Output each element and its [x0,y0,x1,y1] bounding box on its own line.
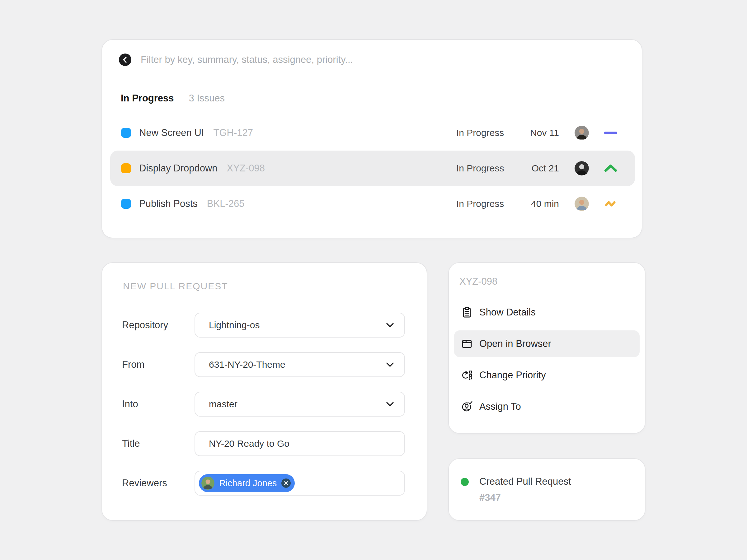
remove-reviewer-icon[interactable] [281,479,291,488]
from-label: From [122,359,195,370]
form-row-title: Title NY-20 Ready to Go [122,431,405,456]
issue-date: 40 min [512,198,559,209]
issue-type-square [121,163,131,173]
chevron-down-icon [386,402,394,406]
avatar [574,161,589,176]
menu-item-label: Change Priority [479,370,546,381]
reviewer-name: Richard Jones [219,478,277,488]
issue-status: In Progress [456,128,512,138]
form-row-from: From 631-NY-20-Theme [122,352,405,377]
form-row-repository: Repository Lightning-os [122,313,405,338]
issue-title: New Screen UI [139,127,204,138]
from-branch-select[interactable]: 631-NY-20-Theme [195,352,405,377]
issue-status: In Progress [456,198,512,209]
panel-title: NEW PULL REQUEST [123,281,427,292]
issues-panel: In Progress 3 Issues New Screen UI TGH-1… [101,39,642,238]
group-count: 3 Issues [189,93,225,104]
avatar [574,196,589,211]
assign-person-icon [461,401,472,412]
into-branch-select[interactable]: master [195,392,405,417]
group-header: In Progress 3 Issues [121,93,642,104]
repository-label: Repository [122,320,195,331]
issue-title: Display Dropdown [139,163,217,174]
chevron-down-icon [386,363,394,367]
menu-item-label: Open in Browser [479,338,551,349]
priority-dash-icon [604,126,618,140]
back-icon[interactable] [119,54,131,66]
menu-item-assign-to[interactable]: Assign To [454,393,640,420]
issue-row[interactable]: Publish Posts BKL-265 In Progress 40 min [110,186,635,221]
issue-type-square [121,128,131,138]
reviewer-chip[interactable]: Richard Jones [199,474,295,492]
issue-row[interactable]: Display Dropdown XYZ-098 In Progress Oct… [110,151,635,186]
form-row-reviewers: Reviewers Richard Jones [122,471,405,496]
filter-bar [102,40,642,80]
issue-row[interactable]: New Screen UI TGH-127 In Progress Nov 11 [110,115,635,151]
issue-type-square [121,199,131,209]
pull-request-toast: Created Pull Request #347 [448,458,646,521]
issue-list: New Screen UI TGH-127 In Progress Nov 11… [102,115,642,221]
context-menu-title: XYZ-098 [459,276,645,287]
avatar [201,477,214,490]
menu-item-change-priority[interactable]: Change Priority [454,362,640,389]
toast-title: Created Pull Request [479,476,571,487]
filter-input[interactable] [140,54,642,65]
issue-context-menu: XYZ-098 Show Details [448,262,646,434]
reviewers-input[interactable]: Richard Jones [195,471,405,496]
title-label: Title [122,438,195,449]
menu-item-open-in-browser[interactable]: Open in Browser [454,330,640,357]
clipboard-icon [461,307,472,318]
menu-item-label: Assign To [479,401,521,412]
issue-key: XYZ-098 [227,163,265,174]
new-pull-request-panel: NEW PULL REQUEST Repository Lightning-os… [101,262,427,521]
browser-window-icon [461,338,472,349]
repository-select[interactable]: Lightning-os [195,313,405,338]
menu-item-show-details[interactable]: Show Details [454,299,640,326]
toast-text: Created Pull Request #347 [479,476,571,503]
issue-key: BKL-265 [207,198,244,209]
issue-date: Oct 21 [512,163,559,174]
issue-status: In Progress [456,163,512,174]
reviewers-label: Reviewers [122,478,195,489]
form-row-into: Into master [122,392,405,417]
toast-subtitle: #347 [479,492,571,503]
change-priority-icon [461,370,472,381]
issue-date: Nov 11 [512,128,559,138]
priority-up-icon [604,161,618,175]
avatar [574,126,589,140]
app-canvas: In Progress 3 Issues New Screen UI TGH-1… [0,0,747,560]
chevron-down-icon [386,323,394,327]
issue-title: Publish Posts [139,198,198,209]
title-input[interactable]: NY-20 Ready to Go [195,431,405,456]
pull-request-form: Repository Lightning-os From 631-NY-20-T… [102,313,427,496]
context-menu-list: Show Details Open in Browser [449,299,645,420]
priority-zigzag-icon [604,197,618,211]
group-title: In Progress [121,93,174,104]
success-dot-icon [461,478,469,486]
into-label: Into [122,399,195,410]
menu-item-label: Show Details [479,307,536,318]
issue-key: TGH-127 [213,127,253,138]
